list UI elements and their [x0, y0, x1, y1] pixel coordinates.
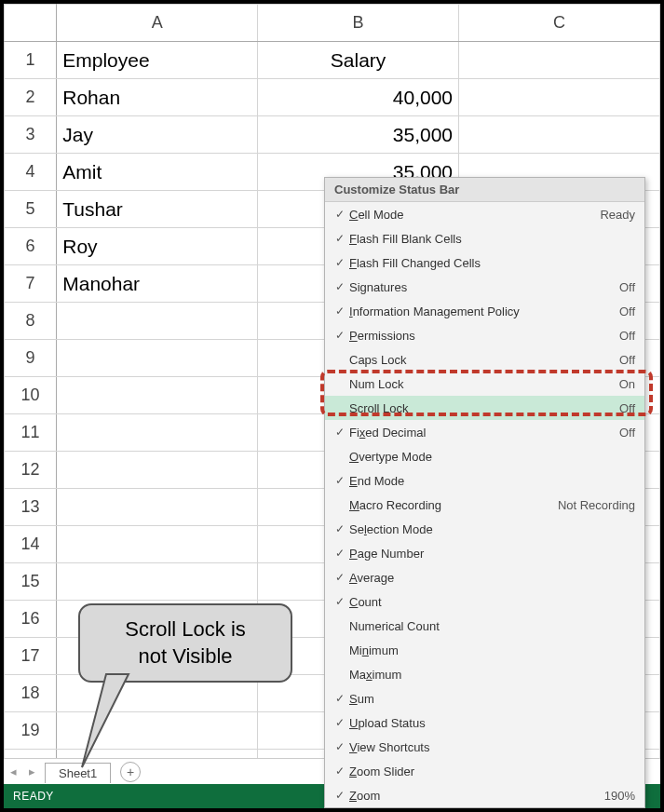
- cell[interactable]: [57, 414, 258, 452]
- cell[interactable]: [57, 303, 258, 340]
- sheet-tab[interactable]: Sheet1: [45, 763, 111, 783]
- row-header[interactable]: 11: [5, 414, 57, 452]
- cell[interactable]: [57, 452, 258, 489]
- row-header[interactable]: 16: [5, 601, 57, 638]
- menu-item-status: Not Recording: [558, 498, 635, 512]
- menu-item[interactable]: ✓Cell ModeReady: [325, 202, 644, 226]
- cell[interactable]: [57, 675, 258, 712]
- col-header-A[interactable]: A: [57, 5, 258, 42]
- menu-item-label: Selection Mode: [349, 522, 635, 536]
- menu-item-label: Count: [349, 595, 635, 609]
- menu-item[interactable]: ✓Upload Status: [325, 710, 644, 735]
- menu-item[interactable]: Num LockOn: [325, 372, 644, 396]
- cell[interactable]: [57, 340, 258, 377]
- cell[interactable]: Rohan: [57, 79, 258, 116]
- menu-item[interactable]: ✓Flash Fill Blank Cells: [325, 226, 644, 250]
- cell[interactable]: [57, 489, 258, 526]
- cell[interactable]: [57, 563, 258, 601]
- row-header[interactable]: 20: [5, 750, 57, 759]
- menu-item[interactable]: Minimum: [325, 638, 644, 662]
- menu-item[interactable]: Scroll LockOff: [325, 396, 644, 420]
- row-header[interactable]: 10: [5, 377, 57, 414]
- menu-title: Customize Status Bar: [325, 178, 644, 202]
- menu-item[interactable]: Macro RecordingNot Recording: [325, 493, 644, 517]
- row-header[interactable]: 15: [5, 563, 57, 601]
- check-icon: ✓: [331, 547, 349, 560]
- row-header[interactable]: 12: [5, 452, 57, 489]
- check-icon: ✓: [331, 765, 349, 778]
- cell[interactable]: Salary: [258, 42, 459, 79]
- menu-item[interactable]: ✓Fixed DecimalOff: [325, 420, 644, 444]
- row-header[interactable]: 9: [5, 340, 57, 377]
- menu-item-label: Average: [349, 571, 635, 585]
- row-header[interactable]: 19: [5, 712, 57, 750]
- row-header[interactable]: 8: [5, 303, 57, 340]
- row-header[interactable]: 5: [5, 191, 57, 228]
- cell[interactable]: [459, 116, 660, 154]
- menu-item-label: View Shortcuts: [349, 740, 635, 754]
- row-header[interactable]: 7: [5, 265, 57, 303]
- cell[interactable]: [57, 638, 258, 675]
- cell[interactable]: Jay: [57, 116, 258, 154]
- tab-next-icon[interactable]: ▸: [22, 763, 41, 781]
- row-header[interactable]: 13: [5, 489, 57, 526]
- menu-item-status: Off: [619, 329, 635, 343]
- check-icon: ✓: [331, 304, 349, 318]
- menu-item-label: Minimum: [349, 643, 635, 657]
- cell[interactable]: Employee: [57, 42, 258, 79]
- row-header[interactable]: 3: [5, 116, 57, 154]
- menu-item[interactable]: ✓PermissionsOff: [325, 323, 644, 347]
- cell[interactable]: [57, 526, 258, 563]
- menu-item[interactable]: Caps LockOff: [325, 347, 644, 372]
- menu-item[interactable]: ✓Information Management PolicyOff: [325, 299, 644, 323]
- cell[interactable]: Manohar: [57, 265, 258, 303]
- menu-item[interactable]: ✓Zoom190%: [325, 783, 644, 807]
- menu-item-status: Off: [619, 280, 635, 294]
- cell[interactable]: 40,000: [258, 79, 459, 116]
- menu-item[interactable]: ✓Count: [325, 589, 644, 614]
- row-header[interactable]: 2: [5, 79, 57, 116]
- menu-item-label: Zoom: [349, 789, 604, 803]
- menu-item[interactable]: ✓End Mode: [325, 468, 644, 493]
- menu-item[interactable]: ✓View Shortcuts: [325, 735, 644, 759]
- row-header[interactable]: 1: [5, 42, 57, 79]
- menu-item-status: Off: [619, 426, 635, 440]
- cell[interactable]: 35,000: [258, 116, 459, 154]
- status-ready: READY: [13, 790, 54, 803]
- col-header-B[interactable]: B: [258, 5, 459, 42]
- menu-item[interactable]: ✓SignaturesOff: [325, 275, 644, 299]
- cell[interactable]: [57, 712, 258, 750]
- menu-item-label: Fixed Decimal: [349, 426, 619, 440]
- menu-item[interactable]: ✓Page Number: [325, 541, 644, 565]
- tab-prev-icon[interactable]: ◂: [4, 763, 22, 781]
- cell[interactable]: [57, 601, 258, 638]
- cell[interactable]: Amit: [57, 154, 258, 191]
- row-header[interactable]: 14: [5, 526, 57, 563]
- check-icon: ✓: [331, 256, 349, 269]
- cell[interactable]: [459, 79, 660, 116]
- menu-item[interactable]: Numerical Count: [325, 614, 644, 638]
- menu-item[interactable]: ✓Average: [325, 565, 644, 589]
- menu-item[interactable]: ✓Flash Fill Changed Cells: [325, 250, 644, 275]
- check-icon: ✓: [331, 740, 349, 753]
- add-sheet-button[interactable]: +: [120, 762, 141, 782]
- cell[interactable]: Tushar: [57, 191, 258, 228]
- menu-item-label: Num Lock: [349, 377, 619, 391]
- cell[interactable]: [57, 750, 258, 759]
- cell[interactable]: [57, 377, 258, 414]
- row-header[interactable]: 4: [5, 154, 57, 191]
- row-header[interactable]: 17: [5, 638, 57, 675]
- cell[interactable]: Roy: [57, 228, 258, 265]
- col-header-C[interactable]: C: [459, 5, 660, 42]
- menu-item[interactable]: ✓Selection Mode: [325, 517, 644, 541]
- check-icon: ✓: [331, 280, 349, 293]
- menu-item[interactable]: ✓Sum: [325, 686, 644, 710]
- menu-item[interactable]: ✓Zoom Slider: [325, 759, 644, 783]
- row-header[interactable]: 18: [5, 675, 57, 712]
- cell[interactable]: [459, 42, 660, 79]
- check-icon: ✓: [331, 571, 349, 584]
- row-header[interactable]: 6: [5, 228, 57, 265]
- menu-item[interactable]: Maximum: [325, 662, 644, 686]
- select-all-corner[interactable]: [5, 5, 57, 42]
- menu-item[interactable]: Overtype Mode: [325, 444, 644, 468]
